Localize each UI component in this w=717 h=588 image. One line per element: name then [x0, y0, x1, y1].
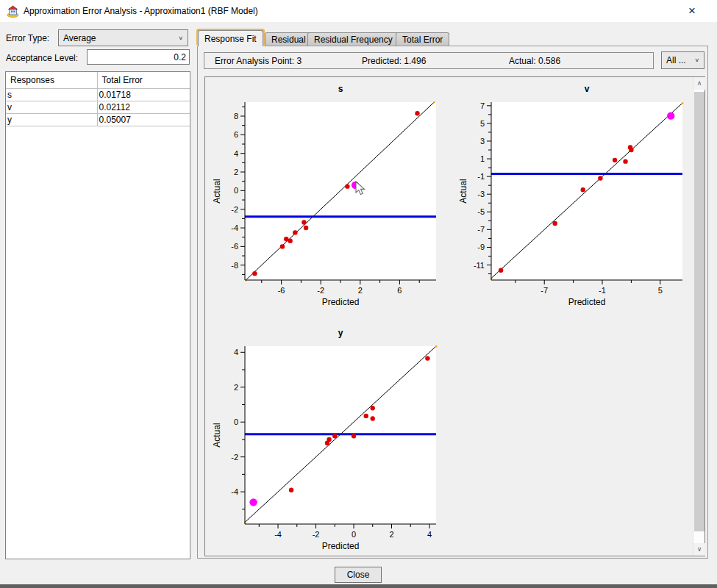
column-header-total-error[interactable]: Total Error: [97, 72, 190, 89]
error-type-label: Error Type:: [6, 33, 49, 43]
svg-text:-2: -2: [313, 530, 320, 539]
tab-response-fit[interactable]: Response Fit: [198, 30, 263, 46]
svg-text:-11: -11: [474, 261, 485, 270]
svg-text:Actual: Actual: [212, 423, 222, 447]
svg-text:0: 0: [352, 530, 356, 539]
svg-text:-6: -6: [278, 286, 285, 295]
scroll-down-icon[interactable]: ∨: [693, 543, 705, 556]
plots-panel: s-6-226-8-6-4-202468PredictedActual v-7-…: [204, 76, 705, 556]
svg-text:5: 5: [480, 119, 485, 128]
svg-text:4: 4: [427, 530, 432, 539]
cell-total-error[interactable]: 0.05007: [97, 114, 190, 126]
cell-total-error[interactable]: 0.01718: [97, 89, 190, 101]
svg-text:Actual: Actual: [458, 179, 468, 203]
svg-text:-1: -1: [477, 172, 485, 181]
error-analysis-point-text: Error Analysis Point: 3: [215, 56, 362, 66]
table-row[interactable]: v 0.02112: [6, 101, 190, 114]
dialog-window: Approximation Error Analysis - Approxima…: [0, 0, 717, 588]
svg-text:v: v: [585, 84, 590, 94]
error-type-select[interactable]: Average ∨: [58, 29, 188, 46]
tab-residual-frequency[interactable]: Residual Frequency: [307, 32, 399, 46]
app-icon: [7, 5, 19, 18]
svg-text:-8: -8: [231, 261, 238, 270]
table-row[interactable]: s 0.01718: [6, 89, 190, 101]
svg-text:2: 2: [389, 530, 393, 539]
svg-text:2: 2: [234, 383, 238, 392]
cell-response[interactable]: y: [6, 114, 97, 126]
svg-text:2: 2: [358, 286, 363, 295]
close-button[interactable]: Close: [335, 567, 382, 583]
scatter-chart-y[interactable]: y-4-2024-4-2024PredictedActual: [210, 324, 454, 561]
svg-text:1: 1: [480, 154, 485, 163]
svg-text:-7: -7: [541, 286, 548, 295]
chevron-down-icon: ∨: [178, 35, 183, 41]
svg-text:Predicted: Predicted: [322, 297, 360, 307]
svg-text:2: 2: [234, 168, 238, 176]
svg-text:6: 6: [234, 130, 238, 139]
column-header-responses[interactable]: Responses: [6, 72, 97, 89]
svg-text:5: 5: [658, 286, 663, 295]
table-row[interactable]: y 0.05007: [6, 114, 190, 126]
response-filter-value: All ...: [666, 55, 694, 65]
title-bar: Approximation Error Analysis - Approxima…: [0, 0, 717, 22]
scrollbar-thumb[interactable]: [694, 92, 704, 531]
svg-text:-4: -4: [231, 223, 238, 232]
svg-text:0: 0: [234, 186, 238, 195]
svg-text:-7: -7: [477, 225, 485, 234]
svg-text:8: 8: [234, 112, 238, 121]
vertical-scrollbar[interactable]: ∧ ∨: [693, 77, 704, 556]
chevron-down-icon: ∨: [694, 57, 699, 63]
svg-text:-2: -2: [317, 286, 324, 295]
svg-text:-4: -4: [231, 487, 238, 496]
error-type-value: Average: [63, 33, 178, 43]
response-filter-select[interactable]: All ... ∨: [661, 51, 704, 69]
svg-text:4: 4: [234, 149, 238, 158]
acceptance-level-input[interactable]: [87, 49, 190, 65]
svg-text:Predicted: Predicted: [568, 297, 606, 307]
error-analysis-info-bar: Error Analysis Point: 3 Predicted: 1.496…: [204, 52, 654, 69]
svg-text:Actual: Actual: [212, 179, 222, 203]
mouse-cursor-icon: [355, 181, 366, 196]
scatter-chart-v[interactable]: v-7-15-11-9-7-5-3-11357PredictedActual: [456, 80, 700, 317]
svg-text:-4: -4: [274, 530, 282, 539]
responses-table-panel: Responses Total Error s 0.01718 v 0.0211…: [5, 71, 190, 559]
responses-table: Responses Total Error s 0.01718 v 0.0211…: [6, 72, 190, 126]
scatter-chart-s[interactable]: s-6-226-8-6-4-202468PredictedActual: [210, 80, 454, 317]
predicted-value-text: Predicted: 1.496: [362, 56, 509, 66]
svg-text:-6: -6: [231, 242, 238, 251]
svg-text:4: 4: [234, 348, 238, 356]
cell-response[interactable]: s: [6, 89, 97, 101]
actual-value-text: Actual: 0.586: [509, 56, 649, 66]
scroll-up-icon[interactable]: ∧: [693, 77, 705, 90]
svg-text:s: s: [338, 84, 343, 94]
svg-text:y: y: [338, 328, 343, 338]
svg-text:-1: -1: [599, 286, 606, 295]
svg-text:0: 0: [234, 417, 238, 426]
window-bottom-edge: [0, 584, 717, 588]
tab-content-panel: Error Analysis Point: 3 Predicted: 1.496…: [197, 46, 708, 559]
svg-text:-9: -9: [477, 243, 485, 251]
window-title: Approximation Error Analysis - Approxima…: [24, 6, 258, 16]
svg-text:-5: -5: [477, 207, 485, 216]
table-header-row: Responses Total Error: [6, 72, 190, 89]
tab-residual[interactable]: Residual: [265, 32, 313, 46]
close-window-icon[interactable]: ×: [683, 2, 701, 20]
acceptance-level-label: Acceptance Level:: [6, 53, 78, 63]
svg-text:Predicted: Predicted: [322, 541, 360, 551]
cell-response[interactable]: v: [6, 101, 97, 114]
svg-text:3: 3: [480, 137, 485, 146]
svg-text:-2: -2: [231, 453, 238, 462]
tab-total-error[interactable]: Total Error: [396, 32, 449, 46]
svg-text:-2: -2: [231, 205, 238, 214]
svg-text:7: 7: [480, 101, 485, 110]
svg-text:6: 6: [397, 286, 402, 295]
svg-text:-3: -3: [477, 190, 485, 198]
cell-total-error[interactable]: 0.02112: [97, 101, 190, 114]
